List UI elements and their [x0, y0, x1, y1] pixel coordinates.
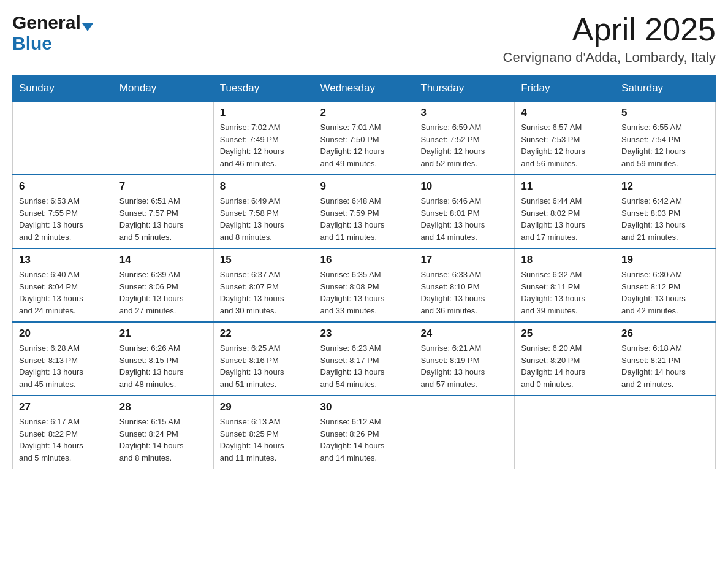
- header: General Blue April 2025 Cervignano d'Add…: [12, 12, 716, 66]
- calendar-week-3: 13Sunrise: 6:40 AM Sunset: 8:04 PM Dayli…: [13, 248, 716, 322]
- calendar-week-1: 1Sunrise: 7:02 AM Sunset: 7:49 PM Daylig…: [13, 101, 716, 175]
- header-day-tuesday: Tuesday: [213, 76, 314, 102]
- day-info: Sunrise: 6:15 AM Sunset: 8:24 PM Dayligh…: [119, 416, 207, 464]
- day-number: 2: [320, 107, 408, 119]
- calendar-cell: 1Sunrise: 7:02 AM Sunset: 7:49 PM Daylig…: [213, 101, 314, 175]
- header-day-wednesday: Wednesday: [314, 76, 414, 102]
- calendar-cell: 28Sunrise: 6:15 AM Sunset: 8:24 PM Dayli…: [113, 396, 213, 469]
- day-number: 28: [119, 401, 207, 413]
- calendar-cell: [13, 101, 113, 175]
- day-number: 4: [521, 107, 609, 119]
- day-number: 12: [621, 180, 709, 193]
- calendar-cell: 7Sunrise: 6:51 AM Sunset: 7:57 PM Daylig…: [113, 175, 213, 248]
- day-number: 30: [320, 401, 408, 413]
- day-number: 21: [119, 327, 207, 340]
- calendar-cell: [515, 396, 615, 469]
- day-info: Sunrise: 6:25 AM Sunset: 8:16 PM Dayligh…: [220, 342, 308, 390]
- location: Cervignano d'Adda, Lombardy, Italy: [503, 50, 716, 66]
- day-info: Sunrise: 6:46 AM Sunset: 8:01 PM Dayligh…: [420, 195, 508, 243]
- day-number: 26: [621, 327, 709, 340]
- calendar-cell: 16Sunrise: 6:35 AM Sunset: 8:08 PM Dayli…: [314, 248, 414, 322]
- day-info: Sunrise: 6:44 AM Sunset: 8:02 PM Dayligh…: [521, 195, 609, 243]
- day-number: 23: [320, 327, 408, 340]
- day-number: 6: [19, 180, 107, 193]
- day-info: Sunrise: 6:32 AM Sunset: 8:11 PM Dayligh…: [521, 269, 609, 316]
- day-info: Sunrise: 6:55 AM Sunset: 7:54 PM Dayligh…: [621, 121, 709, 169]
- day-info: Sunrise: 6:57 AM Sunset: 7:53 PM Dayligh…: [521, 121, 609, 169]
- calendar-cell: 21Sunrise: 6:26 AM Sunset: 8:15 PM Dayli…: [113, 322, 213, 396]
- day-info: Sunrise: 7:01 AM Sunset: 7:50 PM Dayligh…: [320, 121, 408, 169]
- calendar-cell: 4Sunrise: 6:57 AM Sunset: 7:53 PM Daylig…: [515, 101, 615, 175]
- day-info: Sunrise: 6:37 AM Sunset: 8:07 PM Dayligh…: [220, 269, 308, 316]
- calendar-week-2: 6Sunrise: 6:53 AM Sunset: 7:55 PM Daylig…: [13, 175, 716, 248]
- calendar-cell: 24Sunrise: 6:21 AM Sunset: 8:19 PM Dayli…: [414, 322, 515, 396]
- day-number: 11: [521, 180, 609, 193]
- day-info: Sunrise: 6:39 AM Sunset: 8:06 PM Dayligh…: [119, 269, 207, 316]
- day-number: 15: [220, 254, 308, 266]
- day-number: 10: [420, 180, 508, 193]
- day-info: Sunrise: 6:59 AM Sunset: 7:52 PM Dayligh…: [420, 121, 508, 169]
- day-number: 24: [420, 327, 508, 340]
- day-info: Sunrise: 6:18 AM Sunset: 8:21 PM Dayligh…: [621, 342, 709, 390]
- day-info: Sunrise: 6:13 AM Sunset: 8:25 PM Dayligh…: [220, 416, 308, 464]
- calendar-cell: 20Sunrise: 6:28 AM Sunset: 8:13 PM Dayli…: [13, 322, 113, 396]
- day-number: 1: [220, 107, 308, 119]
- day-info: Sunrise: 6:23 AM Sunset: 8:17 PM Dayligh…: [320, 342, 408, 390]
- calendar-cell: 18Sunrise: 6:32 AM Sunset: 8:11 PM Dayli…: [515, 248, 615, 322]
- day-number: 3: [420, 107, 508, 119]
- calendar-cell: [414, 396, 515, 469]
- logo-blue: Blue: [12, 33, 52, 53]
- calendar-header-row: SundayMondayTuesdayWednesdayThursdayFrid…: [13, 76, 716, 102]
- day-info: Sunrise: 6:35 AM Sunset: 8:08 PM Dayligh…: [320, 269, 408, 316]
- calendar-cell: 11Sunrise: 6:44 AM Sunset: 8:02 PM Dayli…: [515, 175, 615, 248]
- calendar-week-4: 20Sunrise: 6:28 AM Sunset: 8:13 PM Dayli…: [13, 322, 716, 396]
- header-day-friday: Friday: [515, 76, 615, 102]
- calendar-cell: 14Sunrise: 6:39 AM Sunset: 8:06 PM Dayli…: [113, 248, 213, 322]
- month-title: April 2025: [503, 12, 716, 47]
- day-number: 13: [19, 254, 107, 266]
- header-day-sunday: Sunday: [13, 76, 113, 102]
- day-info: Sunrise: 6:26 AM Sunset: 8:15 PM Dayligh…: [119, 342, 207, 390]
- calendar-cell: 29Sunrise: 6:13 AM Sunset: 8:25 PM Dayli…: [213, 396, 314, 469]
- title-block: April 2025 Cervignano d'Adda, Lombardy, …: [503, 12, 716, 66]
- day-number: 22: [220, 327, 308, 340]
- day-number: 16: [320, 254, 408, 266]
- day-number: 19: [621, 254, 709, 266]
- calendar-cell: [615, 396, 716, 469]
- calendar-cell: [113, 101, 213, 175]
- calendar-cell: 27Sunrise: 6:17 AM Sunset: 8:22 PM Dayli…: [13, 396, 113, 469]
- logo: General Blue: [12, 12, 93, 54]
- day-number: 27: [19, 401, 107, 413]
- day-info: Sunrise: 7:02 AM Sunset: 7:49 PM Dayligh…: [220, 121, 308, 169]
- day-number: 25: [521, 327, 609, 340]
- day-info: Sunrise: 6:20 AM Sunset: 8:20 PM Dayligh…: [521, 342, 609, 390]
- logo-general: General: [12, 12, 81, 33]
- day-info: Sunrise: 6:28 AM Sunset: 8:13 PM Dayligh…: [19, 342, 107, 390]
- day-number: 14: [119, 254, 207, 266]
- calendar-cell: 23Sunrise: 6:23 AM Sunset: 8:17 PM Dayli…: [314, 322, 414, 396]
- day-info: Sunrise: 6:21 AM Sunset: 8:19 PM Dayligh…: [420, 342, 508, 390]
- day-info: Sunrise: 6:49 AM Sunset: 7:58 PM Dayligh…: [220, 195, 308, 243]
- day-info: Sunrise: 6:17 AM Sunset: 8:22 PM Dayligh…: [19, 416, 107, 464]
- calendar-cell: 30Sunrise: 6:12 AM Sunset: 8:26 PM Dayli…: [314, 396, 414, 469]
- header-day-monday: Monday: [113, 76, 213, 102]
- day-number: 9: [320, 180, 408, 193]
- header-day-saturday: Saturday: [615, 76, 716, 102]
- day-info: Sunrise: 6:48 AM Sunset: 7:59 PM Dayligh…: [320, 195, 408, 243]
- calendar-cell: 8Sunrise: 6:49 AM Sunset: 7:58 PM Daylig…: [213, 175, 314, 248]
- day-number: 5: [621, 107, 709, 119]
- header-day-thursday: Thursday: [414, 76, 515, 102]
- calendar-cell: 2Sunrise: 7:01 AM Sunset: 7:50 PM Daylig…: [314, 101, 414, 175]
- calendar-cell: 5Sunrise: 6:55 AM Sunset: 7:54 PM Daylig…: [615, 101, 716, 175]
- logo-triangle-icon: [82, 23, 93, 31]
- day-number: 17: [420, 254, 508, 266]
- day-info: Sunrise: 6:33 AM Sunset: 8:10 PM Dayligh…: [420, 269, 508, 316]
- calendar-cell: 17Sunrise: 6:33 AM Sunset: 8:10 PM Dayli…: [414, 248, 515, 322]
- day-info: Sunrise: 6:30 AM Sunset: 8:12 PM Dayligh…: [621, 269, 709, 316]
- calendar-cell: 26Sunrise: 6:18 AM Sunset: 8:21 PM Dayli…: [615, 322, 716, 396]
- calendar-week-5: 27Sunrise: 6:17 AM Sunset: 8:22 PM Dayli…: [13, 396, 716, 469]
- calendar-cell: 15Sunrise: 6:37 AM Sunset: 8:07 PM Dayli…: [213, 248, 314, 322]
- day-number: 18: [521, 254, 609, 266]
- calendar-cell: 13Sunrise: 6:40 AM Sunset: 8:04 PM Dayli…: [13, 248, 113, 322]
- calendar-cell: 25Sunrise: 6:20 AM Sunset: 8:20 PM Dayli…: [515, 322, 615, 396]
